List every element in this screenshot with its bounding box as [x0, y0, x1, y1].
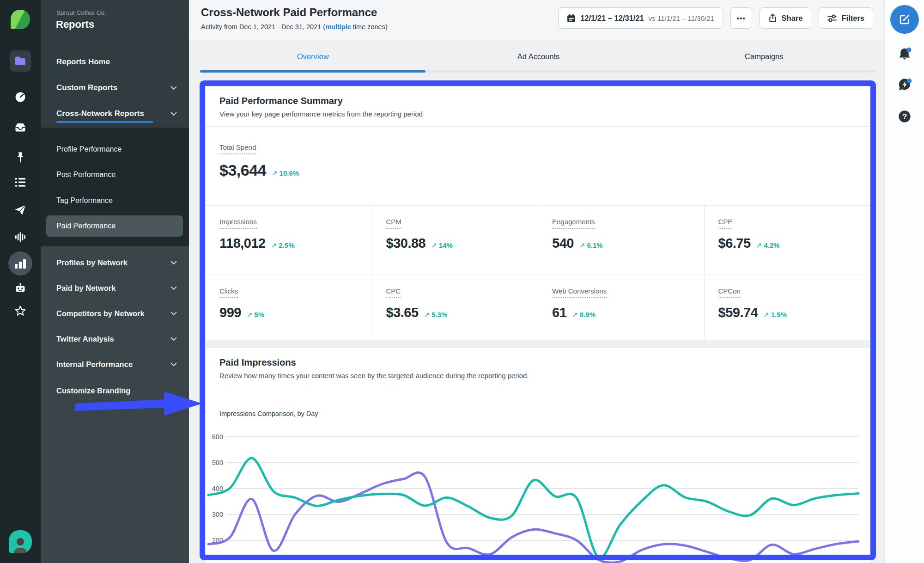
total-spend-block: Total Spend $3,644 ↗10.6% [206, 127, 870, 205]
notification-badge-dot [906, 48, 911, 52]
share-button[interactable]: Share [760, 7, 812, 29]
metric-cell-engagements: Engagements 540 ↗6.1% [538, 206, 704, 275]
sidebar-title: Reports [56, 18, 94, 31]
date-range-button[interactable]: 12/1/21 – 12/31/21 vs 11/1/21 – 11/30/21 [558, 7, 723, 29]
page-title: Cross-Network Paid Performance [201, 6, 377, 19]
nav-automation[interactable] [0, 283, 41, 293]
divider [41, 40, 189, 40]
sprout-leaf-icon [11, 10, 30, 29]
chevron-down-icon [170, 261, 177, 265]
up-arrow-icon: ↗ [424, 311, 430, 318]
bar-chart-icon [14, 258, 26, 269]
sidebar-item-profile-performance[interactable]: Profile Performance [41, 137, 189, 162]
nav-folder[interactable] [0, 50, 41, 72]
badge-dot [907, 79, 912, 83]
compose-button[interactable] [885, 5, 924, 34]
chart-title: Impressions Comparison, by Day [219, 410, 318, 417]
metric-cell-clicks: Clicks 999 ↗5% [206, 275, 372, 344]
cross-network-submenu: Profile Performance Post Performance Tag… [41, 128, 189, 246]
metric-cell-cpc: CPC $3.65 ↗5.3% [372, 275, 538, 344]
sidebar-item-reports-home[interactable]: Reports Home [41, 49, 189, 75]
svg-text:400: 400 [212, 485, 223, 492]
sidebar-item-paid-by-network[interactable]: Paid by Network [41, 275, 189, 301]
metric-cell-web-conversions: Web Conversions 61 ↗8.9% [538, 275, 704, 344]
metric-cell-cpe: CPE $6.75 ↗4.2% [704, 206, 870, 275]
up-arrow-icon: ↗ [431, 241, 437, 249]
svg-text:500: 500 [212, 459, 223, 466]
nav-dashboard[interactable] [0, 92, 41, 103]
metric-cell-cpcon: CPCon $59.74 ↗1.5% [704, 275, 870, 344]
summary-description: View your key page performance metrics f… [219, 110, 856, 118]
main-content: Cross-Network Paid Performance Activity … [189, 0, 884, 563]
paper-plane-icon [14, 204, 26, 215]
svg-text:600: 600 [212, 433, 223, 441]
chevron-down-icon [170, 112, 177, 116]
chevron-down-icon [170, 362, 177, 367]
chevron-down-icon [170, 286, 177, 290]
sidebar-item-custom-reports[interactable]: Custom Reports [41, 75, 189, 101]
date-range-value: 12/1/21 – 12/31/21 [580, 14, 644, 23]
bell-icon [896, 46, 913, 63]
nav-lists[interactable] [0, 177, 41, 187]
sidebar-item-internal-performance[interactable]: Internal Performance [41, 352, 189, 377]
pin-icon [15, 152, 25, 164]
paid-impressions-card: Paid Impressions Review how many times y… [205, 348, 870, 563]
active-nav-underline [56, 121, 153, 123]
user-avatar[interactable] [0, 530, 41, 553]
impressions-description: Review how many times your content was s… [219, 372, 856, 379]
sidebar-item-competitors-by-network[interactable]: Competitors by Network [41, 301, 189, 326]
star-icon [14, 305, 26, 317]
tab-overview[interactable]: Overview [200, 41, 426, 73]
bulleted-list-icon [15, 177, 26, 187]
page-subtitle: Activity from Dec 1, 2021 - Dec 31, 2021… [201, 23, 388, 31]
nav-favorites[interactable] [0, 305, 41, 317]
header-actions: 12/1/21 – 12/31/21 vs 11/1/21 – 11/30/21… [558, 7, 873, 29]
up-arrow-icon: ↗ [572, 311, 578, 318]
notifications-button[interactable] [885, 46, 924, 63]
filters-button[interactable]: Filters [819, 7, 873, 29]
nav-publishing[interactable] [0, 204, 41, 215]
help-icon: ? [897, 109, 912, 124]
sidebar-item-paid-performance-active[interactable]: Paid Performance [46, 215, 183, 237]
nav-pinned[interactable] [0, 152, 41, 164]
up-arrow-icon: ↗ [272, 169, 278, 177]
help-button[interactable]: ? [885, 109, 924, 124]
svg-text:?: ? [902, 112, 907, 121]
sidebar-item-twitter-analysis[interactable]: Twitter Analysis [41, 326, 189, 352]
nav-inbox[interactable] [0, 122, 41, 132]
inbox-icon [15, 122, 26, 132]
nav-reports-active[interactable] [0, 251, 41, 275]
impressions-chart[interactable]: 600500400300200 [206, 421, 870, 563]
page-header: Cross-Network Paid Performance Activity … [189, 0, 884, 41]
more-options-button[interactable]: ••• [730, 7, 752, 29]
compose-icon [898, 13, 911, 26]
account-name: Sprout Coffee Co. [56, 9, 106, 16]
quick-actions-button[interactable] [885, 77, 924, 94]
metric-cell-cpm: CPM $30.88 ↗14% [372, 206, 538, 275]
calendar-icon [567, 14, 576, 23]
summary-title: Paid Performance Summary [219, 96, 856, 106]
date-compare-value: vs 11/1/21 – 11/30/21 [649, 14, 714, 22]
tab-ad-accounts[interactable]: Ad Accounts [426, 41, 651, 73]
bot-icon [15, 283, 26, 293]
folder-icon [14, 55, 26, 67]
metric-label-total-spend[interactable]: Total Spend [219, 143, 256, 154]
nav-listening[interactable] [0, 232, 41, 243]
sidebar-item-tag-performance[interactable]: Tag Performance [41, 188, 189, 213]
sidebar-item-customize-branding[interactable]: Customize Branding [41, 378, 189, 404]
up-arrow-icon: ↗ [579, 241, 585, 249]
gauge-icon [15, 92, 26, 103]
paid-performance-summary-card: Paid Performance Summary View your key p… [205, 86, 870, 340]
tab-campaigns[interactable]: Campaigns [651, 41, 877, 73]
chevron-down-icon [170, 337, 177, 341]
sidebar-item-profiles-by-network[interactable]: Profiles by Network [41, 250, 189, 275]
timezones-link[interactable]: multiple [325, 23, 351, 31]
avatar-image [9, 530, 32, 553]
utility-rail: ? [884, 0, 924, 563]
sprout-logo[interactable] [0, 10, 41, 29]
svg-text:300: 300 [212, 511, 223, 518]
sidebar-item-post-performance[interactable]: Post Performance [41, 162, 189, 187]
share-icon [768, 13, 777, 23]
up-arrow-icon: ↗ [763, 311, 769, 318]
reports-sidebar: Sprout Coffee Co. Reports Reports Home C… [41, 0, 189, 563]
